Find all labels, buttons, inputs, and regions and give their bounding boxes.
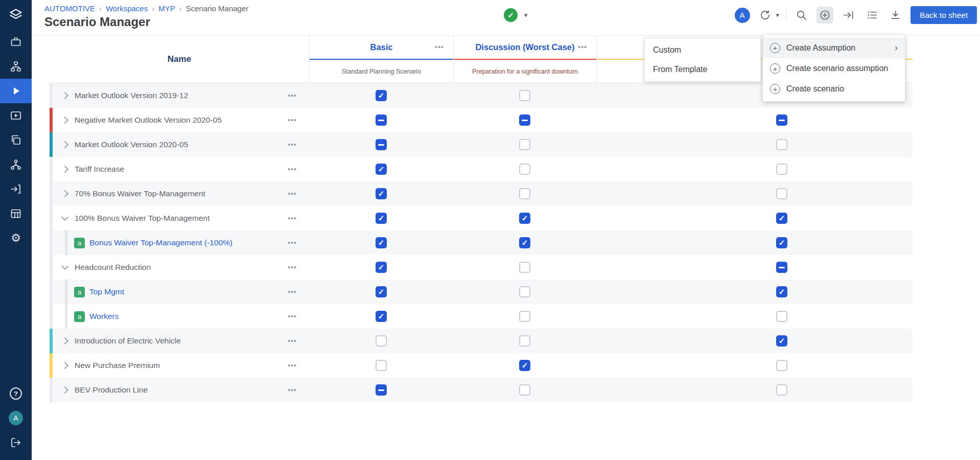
expand-chevron-icon[interactable] — [60, 164, 70, 174]
sidebar-item-logout[interactable] — [0, 430, 32, 455]
sidebar-item-transfer[interactable] — [0, 177, 32, 201]
sidebar-item-workspace[interactable] — [0, 30, 32, 54]
refresh-caret-icon[interactable]: ▾ — [776, 11, 780, 19]
row-name[interactable]: 100% Bonus Waiver Top-Management — [75, 214, 210, 223]
promote-button[interactable] — [840, 7, 857, 24]
checkbox[interactable] — [376, 114, 387, 126]
checkbox[interactable] — [776, 139, 787, 150]
checkbox[interactable] — [376, 188, 387, 199]
checkbox[interactable] — [776, 188, 787, 199]
expand-chevron-icon[interactable] — [60, 336, 70, 346]
checkbox[interactable] — [376, 311, 387, 322]
list-view-button[interactable] — [864, 7, 880, 24]
row-name[interactable]: Market Outlook Version 2019-12 — [75, 91, 188, 100]
checkbox[interactable] — [776, 360, 787, 371]
checkbox[interactable] — [376, 384, 387, 396]
checkbox[interactable] — [376, 335, 387, 347]
row-name[interactable]: Top Mgmt — [89, 287, 124, 296]
checkbox[interactable] — [519, 311, 530, 322]
checkbox[interactable] — [519, 262, 530, 273]
create-button[interactable] — [816, 7, 833, 24]
row-actions-button[interactable]: ••• — [288, 239, 297, 247]
sidebar-item-help[interactable]: ? — [0, 381, 32, 406]
row-name[interactable]: Negative Market Outlook Version 2020-05 — [75, 116, 222, 125]
expand-chevron-icon[interactable] — [60, 262, 70, 272]
expand-chevron-icon[interactable] — [60, 115, 70, 125]
row-actions-button[interactable]: ••• — [288, 312, 297, 320]
checkbox[interactable] — [519, 286, 530, 297]
checkbox[interactable] — [376, 164, 387, 175]
sidebar-item-model[interactable] — [0, 54, 32, 79]
checkbox[interactable] — [776, 311, 787, 322]
menu-item-create-scenario[interactable]: + Create scenario — [763, 79, 905, 99]
checkbox[interactable] — [376, 90, 387, 101]
row-name[interactable]: Introduction of Electric Vehicle — [75, 336, 181, 346]
checkbox[interactable] — [376, 286, 387, 297]
row-actions-button[interactable]: ••• — [288, 263, 297, 271]
checkbox[interactable] — [376, 139, 387, 150]
submenu-item-from-template[interactable]: From Template — [645, 60, 760, 79]
checkbox[interactable] — [376, 237, 387, 248]
row-actions-button[interactable]: ••• — [288, 288, 297, 296]
sidebar-item-settings[interactable]: ⚙ — [0, 226, 32, 250]
expand-chevron-icon[interactable] — [60, 360, 70, 371]
checkbox[interactable] — [519, 237, 530, 248]
export-button[interactable] — [887, 7, 904, 24]
sidebar-user-avatar[interactable]: A — [0, 406, 32, 430]
checkbox[interactable] — [776, 384, 787, 396]
menu-item-create-assumption[interactable]: + Create Assumption › — [763, 37, 905, 58]
row-actions-button[interactable]: ••• — [288, 141, 297, 149]
sidebar-item-hierarchy[interactable] — [0, 152, 32, 177]
sidebar-item-reports[interactable] — [0, 128, 32, 152]
breadcrumb-workspaces[interactable]: Workspaces — [106, 4, 148, 13]
back-to-sheet-button[interactable]: Back to sheet — [911, 6, 977, 24]
breadcrumb-myp[interactable]: MYP — [158, 4, 175, 13]
row-actions-button[interactable]: ••• — [288, 361, 297, 370]
checkbox[interactable] — [519, 360, 530, 371]
checkbox[interactable] — [519, 114, 530, 126]
row-name[interactable]: Bonus Waiver Top-Management (-100%) — [89, 238, 232, 247]
checkbox[interactable] — [376, 213, 387, 224]
checkbox[interactable] — [519, 384, 530, 396]
checkbox[interactable] — [376, 360, 387, 371]
checkbox[interactable] — [776, 286, 787, 297]
row-actions-button[interactable]: ••• — [288, 165, 297, 173]
user-avatar[interactable]: A — [735, 8, 750, 23]
sidebar-item-sheets[interactable] — [0, 201, 32, 226]
checkbox[interactable] — [776, 114, 787, 126]
row-name[interactable]: 70% Bonus Waiver Top-Management — [75, 189, 205, 198]
chevron-down-icon[interactable]: ▾ — [524, 11, 528, 19]
column-menu-button[interactable]: ••• — [578, 43, 587, 51]
expand-chevron-icon[interactable] — [60, 189, 70, 199]
status-dropdown[interactable]: ✓ ▾ — [504, 8, 528, 22]
breadcrumb-automotive[interactable]: AUTOMOTIVE — [44, 4, 95, 13]
row-actions-button[interactable]: ••• — [288, 214, 297, 222]
row-name[interactable]: Tariff Increase — [75, 165, 124, 174]
checkbox[interactable] — [776, 237, 787, 248]
checkbox[interactable] — [519, 188, 530, 199]
column-menu-button[interactable]: ••• — [435, 43, 444, 51]
sidebar-item-simulation[interactable] — [0, 103, 32, 128]
expand-chevron-icon[interactable] — [60, 385, 70, 395]
checkbox[interactable] — [376, 262, 387, 273]
expand-chevron-icon[interactable] — [60, 213, 70, 223]
checkbox[interactable] — [519, 90, 530, 101]
checkbox[interactable] — [776, 262, 787, 273]
checkbox[interactable] — [519, 335, 530, 347]
row-actions-button[interactable]: ••• — [288, 190, 297, 198]
menu-item-create-scenario-assumption[interactable]: + Create scenario assumption — [763, 58, 905, 79]
checkbox[interactable] — [519, 164, 530, 175]
row-actions-button[interactable]: ••• — [288, 337, 297, 345]
checkbox[interactable] — [776, 335, 787, 347]
row-name[interactable]: Market Outlook Version 2020-05 — [75, 140, 188, 149]
row-actions-button[interactable]: ••• — [288, 386, 297, 394]
checkbox[interactable] — [776, 164, 787, 175]
row-actions-button[interactable]: ••• — [288, 91, 297, 100]
row-name[interactable]: Workers — [89, 312, 119, 321]
checkbox[interactable] — [776, 213, 787, 224]
row-actions-button[interactable]: ••• — [288, 116, 297, 124]
app-logo-icon[interactable] — [0, 0, 32, 30]
expand-chevron-icon[interactable] — [60, 140, 70, 150]
refresh-button[interactable] — [757, 7, 774, 24]
sidebar-item-scenario-manager[interactable] — [0, 79, 32, 103]
